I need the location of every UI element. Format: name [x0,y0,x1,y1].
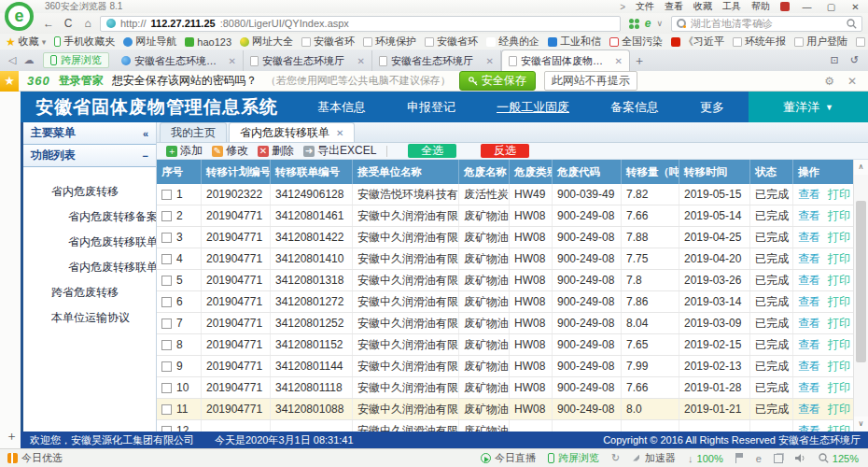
close-window-button[interactable]: ✕ [848,2,862,12]
menubar-item[interactable]: 收藏 [693,0,712,13]
reader-mode-icon[interactable]: e [645,17,651,30]
new-tab-button[interactable]: ＋ [630,52,649,69]
user-menu[interactable]: 董洋洋 ▼ [749,92,868,122]
row-checkbox[interactable] [161,254,172,264]
row-checkbox[interactable] [161,233,172,243]
menubar-item[interactable]: 查看 [665,0,683,13]
clover-icon[interactable] [629,19,639,29]
sidebar-menu-item[interactable]: 本单位运输协议 [23,305,156,331]
content-tab[interactable]: 省内危废转移联单 ✕ [229,122,355,142]
browser-tab[interactable]: 安徽省生态环境厅 ✕ [372,50,501,71]
search-icon[interactable] [847,19,857,29]
reader-icon[interactable]: e [756,453,762,464]
row-checkbox[interactable] [161,297,172,307]
bookmark-item[interactable]: 环统年报 [733,35,786,49]
cloud-sync-icon[interactable]: ☁ [21,54,37,66]
export-excel-button[interactable]: ➜导出EXCEL [299,143,381,159]
invert-selection-button[interactable]: 反选 [481,144,529,158]
view-link[interactable]: 查看 [798,251,820,267]
content-tab[interactable]: 我的主页 ✕ [160,122,227,142]
collapse-plus-button[interactable]: ＋ [6,428,18,445]
today-live-button[interactable]: 今日直播 [481,451,536,465]
table-row[interactable]: 5 201904771 34120801318 安徽中久润滑油有限公... 废矿… [157,270,853,291]
app-nav-item[interactable]: 一般工业固废 [497,99,569,116]
row-checkbox[interactable] [161,190,172,200]
history-icon[interactable]: ↻ [611,452,620,464]
bookmark-item[interactable]: 全国污染 [609,35,663,49]
bookmark-item[interactable]: 用户登陆 [794,35,847,49]
table-row[interactable]: 1 201902322 34124906128 安徽浩悦环境科技有限... 废活… [157,184,853,205]
menubar-item[interactable]: 文件 [636,0,654,13]
column-header[interactable]: 危废类别 [510,160,553,184]
tab-close-icon[interactable]: ✕ [357,56,365,66]
view-link[interactable]: 查看 [798,230,820,246]
column-header[interactable]: 序号 [157,160,202,184]
print-link[interactable]: 打印 [828,273,850,289]
print-link[interactable]: 打印 [828,380,850,396]
sidebar-menu-item[interactable]: 省内危废转移 [23,179,156,205]
view-link[interactable]: 查看 [798,208,820,224]
table-row[interactable]: 2 201904771 34120801461 安徽中久润滑油有限公... 废矿… [157,205,853,227]
bookmark-item[interactable]: 安徽省环 [425,35,478,49]
edit-button[interactable]: ✎修改 [207,143,253,159]
view-link[interactable]: 查看 [798,337,820,353]
app-nav-item[interactable]: 备案信息 [610,99,659,116]
shopping-icon[interactable] [780,2,790,11]
sidebar-menu-item[interactable]: 省内危废转移联单 [23,230,156,255]
accelerator-button[interactable]: 加速器 [632,451,676,465]
column-header[interactable]: 转移联单编号 [271,160,353,184]
browser-tab[interactable]: 安徽省生态环境厅 ✕ [244,50,372,71]
dropdown-arrow-icon[interactable]: ∨ [656,19,663,28]
bookmark-item[interactable]: 安徽省环 [301,35,355,49]
app-nav-item[interactable]: 基本信息 [317,99,366,116]
row-checkbox[interactable] [161,211,172,221]
app-nav-item[interactable]: 更多 [700,99,724,116]
print-link[interactable]: 打印 [828,294,850,310]
scrollbar-up-icon[interactable]: ∧ [854,160,868,175]
tab-close-icon[interactable]: ✕ [615,56,623,66]
dismiss-button[interactable]: 此网站不再提示 [544,71,637,91]
delete-button[interactable]: ✕删除 [253,143,299,159]
table-row[interactable]: 11 201904771 34120801088 安徽中久润滑油有限公... 废… [157,399,853,420]
sidebar-menu-item[interactable]: 省内危废转移联单退... [23,255,156,280]
refresh-icon[interactable]: C [61,17,76,30]
tab-close-icon[interactable]: ✕ [336,128,343,138]
scrollbar-thumb[interactable] [856,201,866,362]
table-row[interactable]: 7 201904771 34120801252 安徽中久润滑油有限公... 废矿… [157,313,853,334]
menubar-item[interactable]: 帮助 [751,0,770,13]
print-link[interactable]: 打印 [828,423,850,432]
save-password-button[interactable]: 安全保存 [459,71,536,91]
sidebar-menu-item[interactable]: 省内危废转移备案 [23,205,156,230]
bookmark-item[interactable]: 手机收藏夹 [54,35,115,49]
view-link[interactable]: 查看 [798,273,820,289]
table-row[interactable]: 12 安徽中久润滑油有限公... 废矿物油 [157,420,853,432]
bookmark-item[interactable]: 工业和信 [548,35,601,49]
column-header[interactable]: 操作 [793,160,853,184]
column-header[interactable]: 转移时间 [679,160,750,184]
bookmark-item[interactable]: 网址导航 [123,35,176,49]
column-header[interactable]: 接受单位名称 [353,160,459,184]
bookmark-item[interactable]: hao123 [185,35,231,49]
bookmark-item[interactable]: 环境保护 [363,35,416,49]
view-link[interactable]: 查看 [798,380,820,396]
view-link[interactable]: 查看 [798,359,820,375]
tab-close-icon[interactable]: ✕ [229,56,236,66]
menubar-item[interactable]: 工具 [722,0,741,13]
browser-tab[interactable]: 安徽省固体废物管理信息系统 ✕ [501,50,630,71]
url-field[interactable]: http://112.27.211.25:8080/LigerUI/QYInde… [100,16,621,32]
view-link[interactable]: 查看 [798,294,820,310]
view-link[interactable]: 查看 [798,316,820,332]
print-link[interactable]: 打印 [828,208,850,224]
print-link[interactable]: 打印 [828,230,850,246]
print-link[interactable]: 打印 [828,187,850,203]
table-row[interactable]: 6 201904771 34120801272 安徽中久润滑油有限公... 废矿… [157,291,853,313]
today-pick-button[interactable]: 今日优选 [0,451,63,465]
row-checkbox[interactable] [161,340,172,350]
collapse-sidebar-icon[interactable]: « [143,128,148,139]
home-icon[interactable]: ⌂ [80,17,95,30]
print-link[interactable]: 打印 [828,316,850,332]
windows-icon[interactable] [774,454,783,463]
tab-list-icon[interactable]: ⊡ [831,54,839,66]
reopen-tab-icon[interactable]: ↺ [850,54,859,66]
view-link[interactable]: 查看 [798,423,820,432]
